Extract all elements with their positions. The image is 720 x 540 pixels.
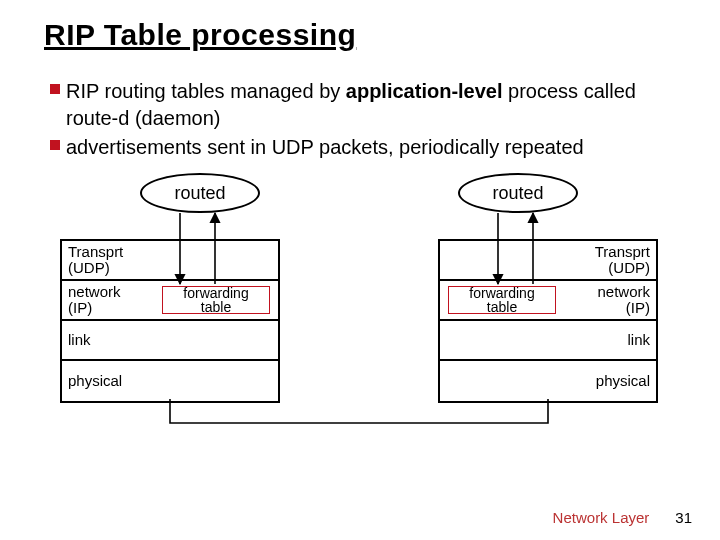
bullet-item: advertisements sent in UDP packets, peri… [44,134,654,161]
layer-link: link [62,321,278,361]
footer-page-number: 31 [675,509,692,526]
bullet-text: RIP routing tables managed by [66,80,346,102]
bullet-list: RIP routing tables managed by applicatio… [44,78,654,161]
layer-transport: Transprt(UDP) [62,241,278,281]
routed-process-left: routed [140,173,260,213]
layer-network: network(IP) forwardingtable [62,281,278,321]
bullet-marker-icon [44,78,66,94]
protocol-stack-right: Transprt(UDP) network(IP) forwardingtabl… [438,239,658,403]
bullet-text: advertisements sent in UDP packets, peri… [66,136,584,158]
bullet-marker-icon [44,134,66,150]
bullet-strong: application-level [346,80,503,102]
routed-process-right: routed [458,173,578,213]
layer-transport: Transprt(UDP) [440,241,656,281]
forwarding-table-left: forwardingtable [162,286,270,314]
layer-physical: physical [440,361,656,401]
slide-footer: Network Layer 31 [553,509,692,526]
bullet-item: RIP routing tables managed by applicatio… [44,78,654,132]
layer-link: link [440,321,656,361]
footer-chapter: Network Layer [553,509,650,526]
slide-title: RIP Table processing [44,18,680,52]
protocol-stack-left: Transprt(UDP) network(IP) forwardingtabl… [60,239,280,403]
layer-network: network(IP) forwardingtable [440,281,656,321]
rip-diagram: routed routed Transprt(UDP) network(IP) … [40,171,680,441]
layer-physical: physical [62,361,278,401]
forwarding-table-right: forwardingtable [448,286,556,314]
